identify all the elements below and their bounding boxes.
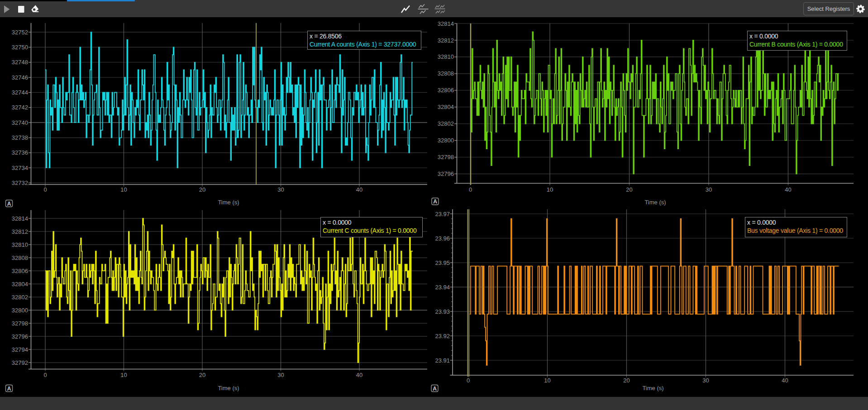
svg-text:23.97: 23.97 (435, 211, 450, 217)
svg-text:20: 20 (199, 372, 205, 378)
svg-text:40: 40 (782, 377, 788, 384)
svg-text:20: 20 (199, 186, 205, 193)
svg-text:32734: 32734 (12, 165, 28, 171)
svg-text:Time (s): Time (s) (644, 199, 666, 206)
svg-text:32748: 32748 (12, 59, 28, 66)
svg-text:32738: 32738 (12, 134, 28, 141)
svg-text:32812: 32812 (12, 228, 28, 235)
svg-text:Time (s): Time (s) (642, 385, 663, 391)
svg-text:32814: 32814 (438, 20, 454, 27)
svg-text:32806: 32806 (438, 87, 454, 94)
svg-text:32806: 32806 (12, 268, 28, 274)
svg-text:10: 10 (120, 372, 127, 378)
svg-text:32800: 32800 (12, 307, 28, 314)
svg-text:0: 0 (43, 186, 47, 193)
svg-text:20: 20 (623, 377, 630, 384)
svg-text:23.91: 23.91 (435, 357, 450, 364)
svg-text:32742: 32742 (12, 104, 28, 111)
svg-text:A: A (7, 386, 11, 392)
svg-text:32810: 32810 (12, 241, 28, 248)
svg-text:32740: 32740 (12, 119, 28, 126)
svg-text:10: 10 (547, 186, 553, 193)
svg-text:32802: 32802 (12, 294, 28, 301)
svg-text:23.95: 23.95 (435, 259, 450, 266)
svg-text:0: 0 (467, 377, 470, 384)
svg-text:32792: 32792 (12, 359, 28, 366)
svg-text:40: 40 (785, 186, 791, 193)
svg-text:32804: 32804 (12, 281, 28, 287)
svg-text:30: 30 (277, 186, 284, 193)
svg-text:A: A (7, 201, 11, 207)
svg-text:0: 0 (469, 186, 472, 193)
svg-text:32796: 32796 (12, 333, 28, 340)
svg-text:40: 40 (356, 186, 362, 193)
svg-text:23.96: 23.96 (435, 235, 450, 242)
svg-text:Time (s): Time (s) (218, 199, 239, 206)
svg-text:32732: 32732 (12, 179, 28, 186)
svg-text:A: A (433, 198, 437, 205)
svg-text:32796: 32796 (438, 170, 454, 177)
svg-text:32812: 32812 (438, 37, 454, 44)
svg-text:32804: 32804 (438, 104, 454, 110)
svg-text:40: 40 (356, 372, 362, 378)
svg-text:32798: 32798 (438, 154, 454, 160)
svg-text:10: 10 (544, 377, 550, 384)
svg-text:23.93: 23.93 (435, 308, 450, 315)
svg-text:30: 30 (277, 372, 284, 378)
svg-text:30: 30 (702, 377, 709, 384)
svg-text:32808: 32808 (12, 254, 28, 261)
svg-text:32752: 32752 (12, 29, 28, 36)
svg-text:32736: 32736 (12, 149, 28, 156)
svg-text:32746: 32746 (12, 74, 28, 81)
svg-text:32798: 32798 (12, 320, 28, 327)
svg-text:32750: 32750 (12, 44, 28, 51)
svg-text:32808: 32808 (438, 70, 454, 77)
svg-text:32814: 32814 (12, 215, 28, 222)
svg-text:20: 20 (626, 186, 632, 193)
svg-text:32794: 32794 (12, 346, 28, 353)
svg-text:Time (s): Time (s) (218, 385, 239, 391)
svg-text:23.92: 23.92 (435, 333, 450, 339)
svg-text:32744: 32744 (12, 89, 28, 96)
svg-text:A: A (433, 386, 437, 392)
svg-text:0: 0 (43, 372, 47, 378)
svg-text:32810: 32810 (438, 53, 454, 60)
svg-text:32800: 32800 (438, 137, 454, 144)
svg-text:32802: 32802 (438, 120, 454, 127)
svg-text:10: 10 (120, 186, 127, 193)
svg-text:23.94: 23.94 (435, 284, 450, 291)
svg-text:30: 30 (706, 186, 712, 193)
